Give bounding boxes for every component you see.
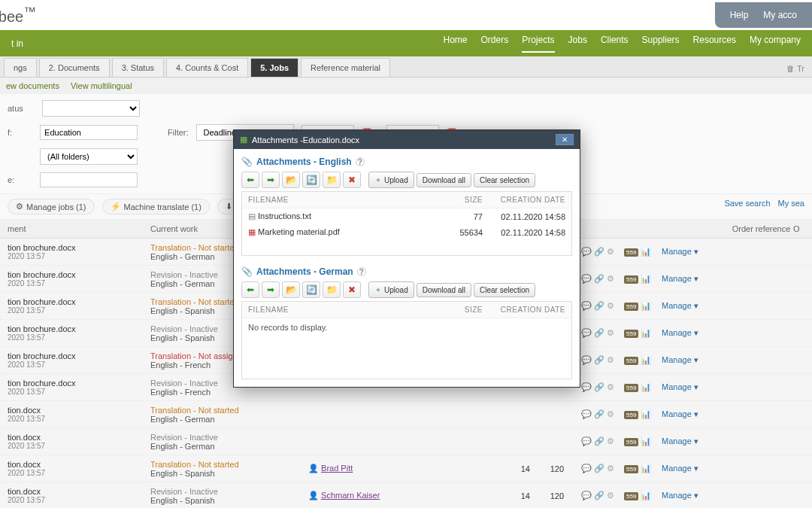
new-folder-icon[interactable]: 📁 (323, 172, 341, 188)
attachment-row[interactable]: ▦ Marketing material.pdf5563402.11.2020 … (242, 224, 571, 240)
manage-jobs-button[interactable]: ⚙ Manage jobs (1) (8, 199, 95, 214)
col-order-reference[interactable]: Order reference (729, 224, 793, 233)
document-date: 2020 13:57 (8, 333, 150, 342)
col-document[interactable]: ment (8, 224, 150, 233)
row-action-icons[interactable]: 💬 🔗 ⚙ (571, 491, 624, 500)
upload-button[interactable]: ＋Upload (368, 281, 414, 298)
tab-5[interactable]: Reference material (301, 58, 390, 77)
open-folder-icon[interactable]: 📂 (282, 172, 300, 188)
count-2: 120 (530, 464, 571, 473)
assignee-link[interactable]: Schmarn Kaiser (321, 491, 380, 500)
download-all-button[interactable]: Download all (417, 173, 471, 187)
open-folder-icon[interactable]: 📂 (282, 281, 300, 298)
assignee-link[interactable]: Brad Pitt (321, 464, 353, 473)
manage-link[interactable]: Manage ▾ (662, 301, 698, 310)
save-search-link[interactable]: Save search (724, 199, 770, 214)
chart-icons[interactable]: 559 📊 (624, 328, 662, 338)
back-icon[interactable]: ⬅ (241, 172, 259, 188)
tab-1[interactable]: 2. Documents (39, 58, 110, 77)
dialog-titlebar[interactable]: ▦ Attachments -Education.docx ✕ (234, 130, 580, 149)
brand-logo: rdbee™ (0, 5, 36, 26)
nav-jobs[interactable]: Jobs (568, 35, 587, 53)
col-filename[interactable]: FILENAME (248, 196, 438, 204)
info-icon[interactable]: ? (357, 267, 366, 276)
clear-selection-button[interactable]: Clear selection (474, 283, 535, 297)
manage-link[interactable]: Manage ▾ (662, 355, 698, 364)
manage-link[interactable]: Manage ▾ (662, 247, 698, 256)
delete-icon[interactable]: ✖ (343, 281, 361, 298)
col-creation-date[interactable]: CREATION DATE (483, 306, 565, 314)
my-searches-link[interactable]: My sea (778, 199, 804, 214)
new-folder-icon[interactable]: 📁 (323, 281, 341, 298)
row-action-icons[interactable]: 💬 🔗 ⚙ (571, 464, 624, 473)
count-2: 120 (530, 491, 571, 500)
col-creation-date[interactable]: CREATION DATE (483, 196, 565, 204)
delete-icon[interactable]: ✖ (343, 172, 361, 188)
chart-icons[interactable]: 559 📊 (624, 382, 662, 392)
machine-translate-button[interactable]: ⚡ Machine translate (1) (102, 199, 210, 214)
my-account-link[interactable]: My acco (763, 10, 797, 20)
nav-suppliers[interactable]: Suppliers (642, 35, 680, 53)
table-row[interactable]: tion.docx2020 13:57Revision - InactiveEn… (0, 482, 812, 508)
table-row[interactable]: tion.docx2020 13:57Translation - Not sta… (0, 401, 812, 428)
help-link[interactable]: Help (730, 10, 749, 20)
trash-icon[interactable]: 🗑 Tr (783, 60, 808, 77)
view-documents-link[interactable]: ew documents (6, 81, 59, 90)
folder-select[interactable]: (All folders) (40, 148, 138, 165)
ref-input[interactable] (40, 125, 138, 140)
nav-projects[interactable]: Projects (522, 35, 554, 53)
manage-link[interactable]: Manage ▾ (662, 274, 698, 283)
tab-4[interactable]: 5. Jobs (250, 58, 298, 77)
col-size[interactable]: SIZE (438, 306, 483, 314)
chart-icons[interactable]: 559 📊 (624, 409, 662, 419)
document-name: tion brochure.docx (8, 324, 150, 333)
tab-0[interactable]: ngs (4, 58, 37, 77)
chart-icons[interactable]: 559 📊 (624, 274, 662, 284)
nav-my company[interactable]: My company (750, 35, 801, 53)
refresh-icon[interactable]: 🔄 (302, 172, 320, 188)
chart-icons[interactable]: 559 📊 (624, 464, 662, 473)
manage-link[interactable]: Manage ▾ (662, 464, 698, 473)
chart-icons[interactable]: 559 📊 (624, 437, 662, 446)
view-multilingual-link[interactable]: View multilingual (71, 81, 132, 90)
nav-clients[interactable]: Clients (601, 35, 629, 53)
chart-icons[interactable]: 559 📊 (624, 491, 662, 500)
table-row[interactable]: tion.docx2020 13:57Revision - InactiveEn… (0, 428, 812, 455)
manage-link[interactable]: Manage ▾ (662, 328, 698, 337)
refresh-icon[interactable]: 🔄 (302, 281, 320, 298)
nav-home[interactable]: Home (443, 35, 467, 53)
nav-orders[interactable]: Orders (480, 35, 508, 53)
col-filename[interactable]: FILENAME (248, 306, 438, 314)
row-action-icons[interactable]: 💬 🔗 ⚙ (571, 409, 624, 419)
row-action-icons[interactable]: 💬 🔗 ⚙ (571, 437, 624, 446)
document-name: tion brochure.docx (8, 379, 150, 388)
manage-link[interactable]: Manage ▾ (662, 491, 698, 500)
deadline-input[interactable] (40, 172, 138, 187)
clear-selection-button[interactable]: Clear selection (474, 173, 535, 187)
status-select[interactable] (42, 100, 140, 117)
manage-link[interactable]: Manage ▾ (662, 437, 698, 446)
nav-resources[interactable]: Resources (693, 35, 736, 53)
document-name: tion.docx (8, 460, 150, 469)
close-button[interactable]: ✕ (556, 134, 574, 145)
document-date: 2020 13:57 (8, 469, 150, 477)
upload-button[interactable]: ＋Upload (368, 172, 414, 188)
manage-link[interactable]: Manage ▾ (662, 382, 698, 391)
chart-icons[interactable]: 559 📊 (624, 301, 662, 311)
tab-2[interactable]: 3. Status (112, 58, 164, 77)
back-icon[interactable]: ⬅ (241, 281, 259, 298)
chart-icons[interactable]: 559 📊 (624, 355, 662, 365)
info-icon[interactable]: ? (356, 157, 365, 166)
tab-3[interactable]: 4. Counts & Cost (166, 58, 248, 77)
main-nav: HomeOrdersProjectsJobsClientsSuppliersRe… (443, 35, 801, 53)
col-size[interactable]: SIZE (438, 196, 483, 204)
chart-icons[interactable]: 559 📊 (624, 247, 662, 257)
forward-icon[interactable]: ➡ (262, 281, 280, 298)
download-all-button[interactable]: Download all (417, 283, 471, 297)
top-bar: rdbee™ Help My acco (0, 0, 812, 30)
manage-link[interactable]: Manage ▾ (662, 409, 698, 418)
document-date: 2020 13:57 (8, 279, 150, 287)
attachment-row[interactable]: ▤ Instructions.txt7702.11.2020 14:58 (242, 208, 571, 224)
table-row[interactable]: tion.docx2020 13:57Translation - Not sta… (0, 455, 812, 482)
forward-icon[interactable]: ➡ (262, 172, 280, 188)
